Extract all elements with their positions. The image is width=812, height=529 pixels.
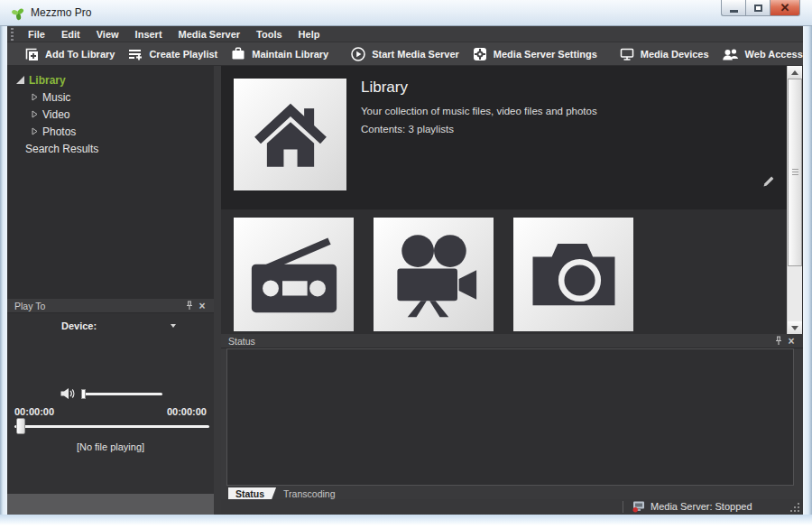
- close-panel-button[interactable]: ×: [785, 335, 798, 347]
- video-tile[interactable]: [374, 218, 494, 331]
- elapsed-time: 00:00:00: [14, 406, 54, 417]
- maximize-button[interactable]: [745, 0, 770, 16]
- video-camera-icon: [387, 231, 481, 318]
- media-server-status: Media Server: Stopped: [632, 500, 752, 513]
- sidebar-item-video[interactable]: Video: [31, 106, 69, 123]
- start-media-server-label: Start Media Server: [372, 49, 459, 60]
- maintain-library-button[interactable]: Maintain Library: [224, 43, 335, 65]
- sidebar-item-search-results[interactable]: Search Results: [25, 140, 98, 157]
- resize-grip[interactable]: [789, 502, 800, 513]
- scrollbar-down-button[interactable]: [788, 321, 802, 334]
- close-button[interactable]: ✕: [770, 0, 800, 16]
- tab-transcoding-label: Transcoding: [283, 488, 335, 499]
- menu-edit[interactable]: Edit: [53, 29, 88, 40]
- menu-file[interactable]: File: [20, 29, 53, 40]
- start-media-server-icon: [350, 46, 366, 62]
- mezzmo-logo-icon: [11, 6, 25, 21]
- web-access-icon: [722, 47, 740, 61]
- menu-insert[interactable]: Insert: [127, 29, 171, 40]
- titlebar[interactable]: Mezzmo Pro ✕: [0, 0, 812, 26]
- tree-collapsed-icon[interactable]: [31, 127, 39, 135]
- media-devices-label: Media Devices: [641, 49, 709, 60]
- seek-slider-handle[interactable]: [16, 418, 25, 434]
- pin-button[interactable]: [183, 300, 196, 311]
- sidebar-splitter[interactable]: [214, 66, 221, 515]
- sidebar-music-label: Music: [42, 91, 70, 104]
- now-playing-text: [No file playing]: [7, 441, 214, 452]
- start-media-server-button[interactable]: Start Media Server: [344, 43, 466, 65]
- sidebar-video-label: Video: [42, 108, 69, 121]
- library-title: Library: [361, 79, 408, 97]
- status-panel-tabs: Status Transcoding: [221, 487, 803, 499]
- device-dropdown[interactable]: [168, 324, 176, 328]
- library-contents: Contents: 3 playlists: [361, 124, 454, 135]
- media-server-settings-label: Media Server Settings: [494, 49, 597, 60]
- tab-status[interactable]: Status: [228, 487, 276, 499]
- volume-slider-handle[interactable]: [81, 389, 86, 399]
- chevron-down-icon: [171, 324, 176, 328]
- statusbar: Media Server: Stopped: [221, 499, 803, 515]
- arrow-up-icon: [791, 70, 798, 75]
- play-to-panel: Play To × Device: 00:00:00 00:00:00 [No …: [7, 299, 214, 494]
- close-panel-button[interactable]: ×: [196, 300, 208, 311]
- menubar-grip[interactable]: [11, 28, 14, 41]
- media-server-status-icon: [632, 500, 646, 513]
- add-to-library-icon: [23, 46, 40, 62]
- app-window: Mezzmo Pro ✕ File Edit View Insert Media…: [0, 0, 812, 529]
- maximize-icon: [754, 5, 762, 12]
- volume-icon[interactable]: [60, 387, 76, 400]
- statusbar-separator: [623, 501, 623, 513]
- sidebar-item-photos[interactable]: Photos: [31, 123, 76, 140]
- library-main-panel: Library Your collection of music files, …: [221, 66, 803, 334]
- add-to-library-button[interactable]: Add To Library: [17, 43, 121, 65]
- window-frame-left: [0, 0, 7, 515]
- tree-collapsed-icon[interactable]: [31, 93, 39, 101]
- sidebar-library-label: Library: [29, 74, 66, 87]
- scrollbar-up-button[interactable]: [788, 66, 802, 79]
- tab-transcoding[interactable]: Transcoding: [276, 487, 342, 499]
- arrow-down-icon: [791, 326, 798, 330]
- web-access-button[interactable]: Web Access: [715, 43, 809, 65]
- scrollbar-thumb[interactable]: [788, 79, 802, 266]
- status-panel-header[interactable]: Status ×: [221, 334, 803, 348]
- photos-tile[interactable]: [513, 218, 633, 331]
- menu-media-server[interactable]: Media Server: [171, 29, 248, 40]
- minimize-button[interactable]: [721, 0, 745, 16]
- menubar: File Edit View Insert Media Server Tools…: [7, 26, 803, 42]
- status-log-area: [226, 348, 794, 486]
- close-icon: ×: [788, 336, 794, 347]
- edit-pencil-icon[interactable]: [761, 174, 776, 189]
- home-icon: [251, 95, 330, 174]
- vertical-scrollbar[interactable]: [787, 66, 802, 334]
- maintain-library-label: Maintain Library: [252, 49, 328, 60]
- play-to-title: Play To: [14, 301, 183, 311]
- library-home-tile[interactable]: [234, 79, 346, 190]
- menu-view[interactable]: View: [88, 29, 127, 40]
- volume-slider-track[interactable]: [81, 393, 162, 395]
- pin-icon: [186, 301, 193, 311]
- create-playlist-icon: [127, 46, 143, 62]
- maintain-library-icon: [230, 46, 246, 62]
- tree-collapsed-icon[interactable]: [31, 110, 39, 118]
- library-description: Your collection of music files, video fi…: [361, 106, 597, 116]
- window-frame-bottom: [0, 515, 812, 529]
- window-controls: ✕: [721, 0, 800, 16]
- sidebar-item-library[interactable]: Library: [16, 71, 66, 88]
- music-tile[interactable]: [234, 218, 354, 331]
- scrollbar-grip: [792, 169, 798, 176]
- device-label: Device:: [61, 320, 97, 331]
- minimize-icon: [730, 10, 738, 13]
- media-server-settings-button[interactable]: Media Server Settings: [466, 43, 604, 65]
- seek-slider-track[interactable]: [14, 425, 209, 428]
- window-title: Mezzmo Pro: [31, 6, 91, 19]
- menu-help[interactable]: Help: [291, 29, 328, 40]
- library-header-section: Library Your collection of music files, …: [221, 66, 787, 209]
- create-playlist-button[interactable]: Create Playlist: [121, 43, 224, 65]
- play-to-header[interactable]: Play To ×: [7, 299, 214, 313]
- close-icon: ×: [198, 301, 205, 311]
- pin-button[interactable]: [772, 335, 785, 347]
- tree-expanded-icon[interactable]: [16, 76, 24, 84]
- media-devices-button[interactable]: Media Devices: [613, 43, 715, 65]
- sidebar-item-music[interactable]: Music: [31, 88, 70, 106]
- menu-tools[interactable]: Tools: [248, 29, 291, 40]
